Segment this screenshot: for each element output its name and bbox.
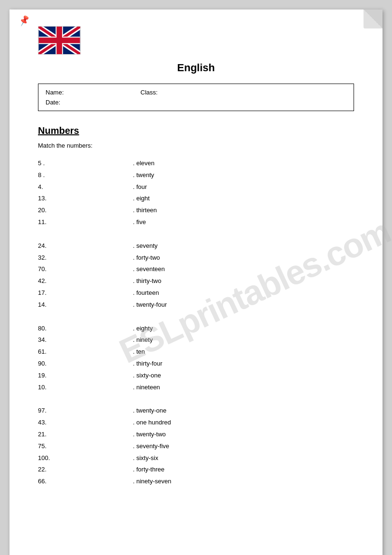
list-item: . twenty xyxy=(133,170,354,180)
list-item: 17. xyxy=(38,288,133,298)
list-item: . one hundred xyxy=(133,418,354,428)
match-group-1: 5 . 8 . 4. 13. 20. 11. . eleven . twenty… xyxy=(38,159,354,229)
section-title: Numbers xyxy=(38,125,354,136)
numbers-col-4: 97. 43. 21. 75. 100. 22. 66. xyxy=(38,406,133,489)
list-item: . thirty-four xyxy=(133,359,354,369)
page-title: English xyxy=(177,62,215,74)
list-item: . ten xyxy=(133,347,354,357)
match-group-3: 80. 34. 61. 90. 19. 10. . eighty . ninet… xyxy=(38,324,354,395)
info-row-name-class: Name: Class: xyxy=(46,89,346,96)
words-col-3: . eighty . ninety . ten . thirty-four . … xyxy=(133,324,354,395)
list-item: . twenty-two xyxy=(133,430,354,440)
list-item: 24. xyxy=(38,241,133,251)
list-item: . fourteen xyxy=(133,288,354,298)
match-group-4: 97. 43. 21. 75. 100. 22. 66. . twenty-on… xyxy=(38,406,354,489)
words-col-2: . seventy . forty-two . seventeen . thir… xyxy=(133,241,354,312)
list-item: 61. xyxy=(38,347,133,357)
list-item: 75. xyxy=(38,442,133,452)
list-item: . thirteen xyxy=(133,206,354,216)
instruction-text: Match the numbers: xyxy=(38,142,354,149)
list-item: . ninety-seven xyxy=(133,477,354,487)
words-col-1: . eleven . twenty . four . eight . thirt… xyxy=(133,159,354,229)
list-item: 11. xyxy=(38,217,133,227)
list-item: 32. xyxy=(38,253,133,263)
list-item: . eighty xyxy=(133,324,354,334)
list-item: . seventeen xyxy=(133,264,354,274)
list-item: 97. xyxy=(38,406,133,416)
list-item: 100. xyxy=(38,453,133,463)
list-item: 20. xyxy=(38,206,133,216)
date-label: Date: xyxy=(46,99,140,106)
list-item: . four xyxy=(133,182,354,192)
list-item: . seventy xyxy=(133,241,354,251)
numbers-col-2: 24. 32. 70. 42. 17. 14. xyxy=(38,241,133,312)
numbers-col-3: 80. 34. 61. 90. 19. 10. xyxy=(38,324,133,395)
words-col-4: . twenty-one . one hundred . twenty-two … xyxy=(133,406,354,489)
class-label: Class: xyxy=(140,89,158,96)
list-item: . seventy-five xyxy=(133,442,354,452)
match-group-2: 24. 32. 70. 42. 17. 14. . seventy . fort… xyxy=(38,241,354,312)
name-label: Name: xyxy=(46,89,140,96)
list-item: 70. xyxy=(38,264,133,274)
list-item: . eleven xyxy=(133,159,354,169)
header: English xyxy=(38,28,354,74)
list-item: 8 . xyxy=(38,170,133,180)
list-item: . eight xyxy=(133,194,354,204)
list-item: . thirty-two xyxy=(133,276,354,286)
info-box: Name: Class: Date: xyxy=(38,84,354,111)
list-item: 66. xyxy=(38,477,133,487)
list-item: . ninety xyxy=(133,335,354,345)
list-item: 5 . xyxy=(38,159,133,169)
worksheet-page: 📌 ESLprintables.com English Name: xyxy=(9,9,383,555)
numbers-col-1: 5 . 8 . 4. 13. 20. 11. xyxy=(38,159,133,229)
list-item: . forty-three xyxy=(133,465,354,475)
uk-flag xyxy=(38,26,81,55)
list-item: 13. xyxy=(38,194,133,204)
flag-container xyxy=(38,26,81,55)
info-row-date: Date: xyxy=(46,99,346,106)
list-item: 4. xyxy=(38,182,133,192)
pin-icon: 📌 xyxy=(18,14,31,27)
list-item: 22. xyxy=(38,465,133,475)
list-item: . sixty-six xyxy=(133,453,354,463)
list-item: . twenty-one xyxy=(133,406,354,416)
list-item: 34. xyxy=(38,335,133,345)
list-item: 43. xyxy=(38,418,133,428)
list-item: . five xyxy=(133,217,354,227)
list-item: 14. xyxy=(38,300,133,310)
svg-rect-8 xyxy=(56,27,62,54)
list-item: 42. xyxy=(38,276,133,286)
list-item: 21. xyxy=(38,430,133,440)
list-item: 90. xyxy=(38,359,133,369)
list-item: . twenty-four xyxy=(133,300,354,310)
list-item: 10. xyxy=(38,383,133,393)
list-item: 19. xyxy=(38,371,133,381)
list-item: . sixty-one xyxy=(133,371,354,381)
list-item: 80. xyxy=(38,324,133,334)
list-item: . forty-two xyxy=(133,253,354,263)
list-item: . nineteen xyxy=(133,383,354,393)
